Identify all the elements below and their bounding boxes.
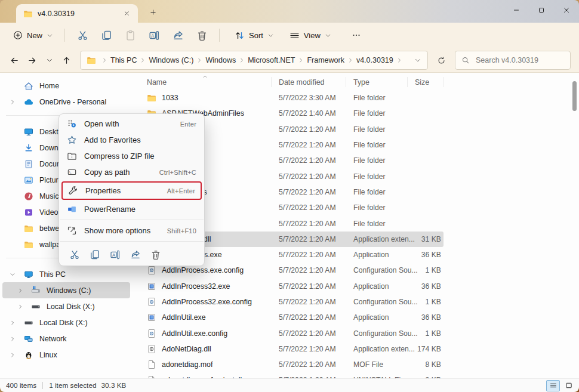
breadcrumb-label: Windows: [205, 56, 236, 64]
context-menu-item[interactable]: PowerRename: [59, 201, 204, 217]
copy-icon[interactable]: [89, 249, 100, 260]
copy-button[interactable]: [95, 25, 118, 45]
sidebar-item[interactable]: Windows (C:): [2, 282, 130, 298]
sidebar-item[interactable]: This PC: [2, 266, 130, 282]
command-bar: New A Sort View: [0, 23, 579, 48]
new-button[interactable]: New: [7, 26, 59, 45]
adonetdiag.mof[interactable]: adonetdiag.mof 5/7/2022 1:20 AM MOF File…: [133, 357, 444, 372]
AdoNetDiag.dll[interactable]: AdoNetDiag.dll 5/7/2022 1:20 AM Applicat…: [133, 341, 444, 357]
sidebar-item-label: Network: [39, 335, 66, 343]
sort-button[interactable]: Sort: [229, 26, 280, 45]
plus-icon: [149, 8, 157, 16]
history-dropdown-button[interactable]: [41, 52, 58, 69]
see-more-button[interactable]: [346, 26, 367, 45]
sidebar-item[interactable]: OneDrive - Personal: [2, 94, 130, 110]
chevron-right-icon: [298, 57, 304, 63]
breadcrumb-segment[interactable]: Windows (C:): [149, 56, 205, 64]
close-button[interactable]: [554, 0, 579, 20]
chevron-icon[interactable]: [10, 336, 16, 342]
file-name: adonetdiag.mof.uninstall: [162, 376, 242, 378]
context-menu-item[interactable]: Show more options Shift+F10: [59, 223, 204, 239]
breadcrumb-label: Windows (C:): [149, 56, 193, 64]
chevron-icon[interactable]: [10, 271, 16, 277]
rename-icon[interactable]: A: [109, 249, 121, 260]
column-header-size[interactable]: Size: [408, 77, 444, 87]
forward-button[interactable]: [23, 52, 41, 69]
view-icon: [290, 30, 300, 41]
delete-button[interactable]: [190, 25, 213, 45]
context-menu-item[interactable]: Add to Favorites: [59, 132, 204, 148]
cut-button[interactable]: [71, 25, 94, 45]
explorer-tab[interactable]: v4.0.30319: [16, 4, 138, 23]
adonetdiag.mof.uninstall[interactable]: adonetdiag.mof.uninstall 5/7/2022 1:20 A…: [133, 372, 444, 378]
sidebar-item[interactable]: Home: [2, 78, 130, 94]
rename-button[interactable]: A: [143, 25, 165, 45]
chevron-icon[interactable]: [17, 304, 23, 310]
vertical-scrollbar[interactable]: [572, 81, 577, 111]
breadcrumb[interactable]: This PC Windows (C:) Windows Microsoft.N…: [80, 51, 428, 70]
address-dropdown-icon[interactable]: [414, 57, 421, 64]
sort-icon: [235, 30, 245, 41]
sidebar-item[interactable]: Network: [2, 331, 130, 347]
AddInProcess32.exe.config[interactable]: AddInProcess32.exe.config 5/7/2022 1:20 …: [133, 294, 444, 310]
back-button[interactable]: [6, 52, 23, 69]
search-input[interactable]: [475, 55, 549, 65]
chevron-icon[interactable]: [10, 352, 16, 358]
context-menu-item[interactable]: Open with Enter: [59, 116, 204, 132]
chevron-icon[interactable]: [10, 320, 16, 326]
column-header-date[interactable]: Date modified: [272, 77, 346, 87]
paste-button[interactable]: [119, 25, 141, 45]
sidebar-item-icon: [24, 224, 33, 233]
large-icons-view-toggle[interactable]: [562, 380, 575, 391]
quick-action-icon: [90, 249, 100, 260]
file-date: 5/7/2022 1:20 AM: [272, 188, 346, 196]
chevron-icon[interactable]: [10, 99, 16, 105]
delete-icon[interactable]: [150, 249, 161, 260]
tab-bar: v4.0.30319: [0, 0, 579, 23]
file-type: Configuration Sou...: [346, 329, 408, 338]
sidebar-item[interactable]: Linux: [2, 347, 130, 363]
context-menu-item[interactable]: Properties Alt+Enter: [61, 181, 202, 200]
breadcrumb-segment[interactable]: v4.0.30319: [356, 56, 405, 64]
breadcrumb-segment[interactable]: Windows: [205, 56, 248, 64]
sidebar-item-icon: [24, 175, 33, 185]
breadcrumb-segment[interactable]: Framework: [307, 56, 356, 64]
context-menu-item[interactable]: Compress to ZIP file: [59, 148, 204, 164]
share-icon[interactable]: [130, 249, 141, 260]
breadcrumb-segment[interactable]: This PC: [110, 56, 149, 64]
AddInUtil.exe[interactable]: AddInUtil.exe 5/7/2022 1:20 AM Applicati…: [133, 310, 444, 325]
up-button[interactable]: [58, 52, 75, 69]
tab-close-button[interactable]: [120, 7, 133, 20]
sidebar-item[interactable]: Local Disk (X:): [2, 314, 130, 331]
minimize-button[interactable]: [504, 0, 529, 20]
file-icon: [147, 375, 156, 378]
cut-icon[interactable]: [69, 249, 80, 260]
AddInUtil.exe.config[interactable]: AddInUtil.exe.config 5/7/2022 1:20 AM Co…: [133, 325, 444, 341]
file-name: AddInUtil.exe: [162, 313, 206, 322]
chevron-icon[interactable]: [17, 288, 23, 294]
details-view-toggle[interactable]: [546, 380, 560, 391]
minimize-icon: [512, 6, 521, 14]
file-icon: [147, 266, 156, 275]
new-tab-button[interactable]: [145, 4, 161, 20]
refresh-button[interactable]: [433, 52, 450, 69]
file-icon: [147, 329, 156, 338]
menu-item-icon: [67, 226, 77, 236]
breadcrumb-segment[interactable]: Microsoft.NET: [248, 56, 307, 64]
AddInProcess32.exe[interactable]: AddInProcess32.exe 5/7/2022 1:20 AM Appl…: [133, 279, 444, 294]
view-button[interactable]: View: [284, 26, 337, 45]
file-icon: [147, 282, 156, 291]
file-type: File folder: [346, 220, 408, 228]
menu-item-icon: [67, 204, 77, 214]
sidebar-item[interactable]: Local Disk (X:): [2, 298, 130, 314]
file-date: 5/7/2022 1:20 AM: [272, 313, 346, 322]
column-header-type[interactable]: Type: [346, 77, 408, 87]
file-date: 5/7/2022 1:20 AM: [272, 203, 346, 212]
search-icon: [461, 56, 470, 64]
share-button[interactable]: [167, 25, 189, 45]
thumbnail-view-icon: [565, 382, 572, 389]
1033[interactable]: 1033 5/7/2022 3:30 AM File folder: [133, 90, 444, 106]
context-menu-item[interactable]: \.. Copy as path Ctrl+Shift+C: [59, 164, 204, 180]
maximize-button[interactable]: [529, 0, 554, 20]
chevron-down-icon: [46, 57, 53, 64]
